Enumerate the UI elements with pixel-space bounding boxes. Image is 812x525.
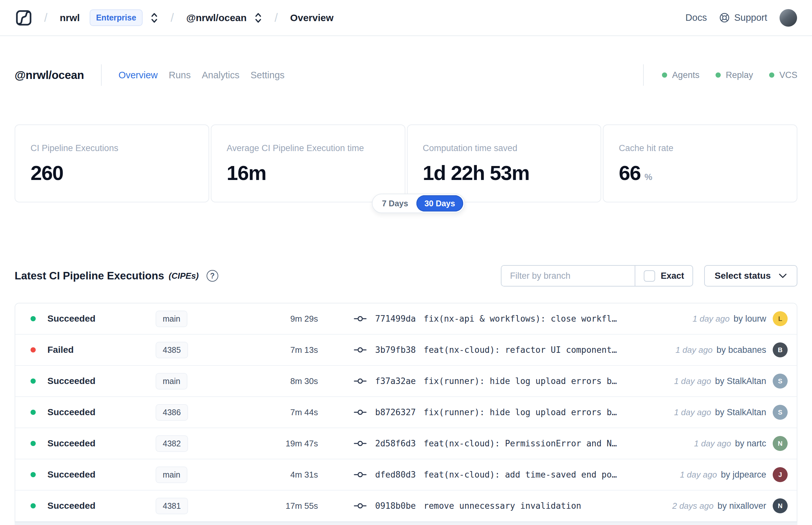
duration-cell: 8m 30s [236, 376, 318, 386]
author-name: by nixallover [718, 501, 766, 511]
cipe-row[interactable]: Succeeded 4381 17m 55s 0918b0beremove un… [15, 491, 797, 522]
branch-pill[interactable]: 4386 [156, 404, 188, 421]
commit-message: feat(nx-cloud): PermissionError and N… [424, 439, 617, 448]
branch-pill[interactable]: main [156, 311, 187, 327]
meta-cell: 1 day ago by StalkAltan S [674, 374, 788, 389]
breadcrumb-slash: / [168, 11, 177, 25]
range-7-days[interactable]: 7 Days [374, 195, 416, 211]
status-select-dropdown[interactable]: Select status [704, 265, 797, 287]
commit-hash: 771499da [375, 314, 416, 324]
page-title: @nrwl/ocean [15, 69, 84, 81]
status-cell: Succeeded [31, 438, 156, 449]
duration-cell: 4m 31s [236, 470, 318, 480]
divider [643, 64, 644, 86]
commit-text[interactable]: 771499dafix(nx-api & workflows): close w… [375, 314, 617, 324]
exact-checkbox[interactable] [644, 270, 655, 282]
tab-analytics[interactable]: Analytics [202, 70, 240, 80]
env-status-group: Agents Replay VCS [662, 70, 797, 80]
status-cell: Succeeded [31, 407, 156, 418]
navbar-actions: Docs Support [685, 9, 797, 27]
branch-pill[interactable]: 4381 [156, 498, 188, 514]
enterprise-badge[interactable]: Enterprise [90, 10, 143, 26]
stat-card-time-saved: Computation time saved 1d 22h 53m [407, 124, 601, 202]
git-commit-icon [354, 377, 367, 385]
git-commit-icon [354, 314, 367, 323]
author-name: by lourw [733, 314, 766, 324]
time-ago: 1 day ago [676, 345, 713, 355]
commit-hash: f37a32ae [375, 376, 416, 386]
commit-message: fix(runner): hide log upload errors b… [424, 407, 617, 417]
cipe-table-body: Succeeded main 9m 29s 771499dafix(nx-api… [15, 303, 797, 522]
docs-link[interactable]: Docs [685, 12, 707, 23]
commit-text[interactable]: f37a32aefix(runner): hide log upload err… [375, 376, 617, 386]
tab-runs[interactable]: Runs [169, 70, 191, 80]
commit-text[interactable]: 0918b0beremove unnecessary invalidation [375, 501, 581, 511]
env-status-agents[interactable]: Agents [662, 70, 699, 80]
cipe-row[interactable]: Succeeded 4386 7m 44s b8726327fix(runner… [15, 397, 797, 428]
workspace-switcher-icon[interactable] [254, 12, 262, 24]
commit-cell: f37a32aefix(runner): hide log upload err… [354, 376, 674, 386]
stat-card-executions: CI Pipeline Executions 260 [15, 124, 209, 202]
org-name[interactable]: nrwl [60, 12, 80, 24]
tab-overview[interactable]: Overview [119, 70, 158, 80]
author-name: by StalkAltan [715, 407, 766, 418]
green-dot-icon [769, 73, 774, 78]
tab-settings[interactable]: Settings [250, 70, 285, 80]
cipe-row[interactable]: Succeeded main 8m 30s f37a32aefix(runner… [15, 366, 797, 397]
org-switcher-icon[interactable] [150, 12, 158, 24]
time-ago: 1 day ago [692, 314, 730, 324]
date-range-toggle: 7 Days 30 Days [372, 194, 465, 213]
branch-filter-group: Exact [501, 265, 693, 287]
commit-text[interactable]: dfed80d3feat(nx-cloud): add time-saved e… [375, 470, 617, 480]
breadcrumb: / nrwl Enterprise / @nrwl/ocean / Overvi… [16, 10, 334, 26]
git-commit-icon [354, 346, 367, 354]
author-name: by jdpearce [721, 470, 766, 480]
cipe-row[interactable]: Succeeded main 4m 31s dfed80d3feat(nx-cl… [15, 460, 797, 491]
help-icon[interactable]: ? [206, 270, 218, 282]
support-link[interactable]: Support [719, 12, 767, 23]
commit-text[interactable]: b8726327fix(runner): hide log upload err… [375, 407, 617, 417]
branch-pill[interactable]: main [156, 466, 187, 483]
status-label: Succeeded [47, 376, 95, 386]
commit-cell: 2d58f6d3feat(nx-cloud): PermissionError … [354, 439, 694, 448]
duration-cell: 17m 55s [236, 501, 318, 511]
cipe-title: Latest CI Pipeline Executions [15, 270, 164, 282]
workspace-name[interactable]: @nrwl/ocean [186, 12, 246, 24]
cipe-subtitle: (CIPEs) [169, 271, 198, 281]
env-status-vcs[interactable]: VCS [769, 70, 797, 80]
cipe-row[interactable]: Failed 4385 7m 13s 3b79fb38feat(nx-cloud… [15, 335, 797, 366]
branch-cell: main [156, 466, 236, 483]
branch-filter-input[interactable] [502, 266, 635, 286]
author-name: by bcabanes [717, 345, 766, 355]
status-cell: Failed [31, 345, 156, 355]
top-navbar: / nrwl Enterprise / @nrwl/ocean / Overvi… [0, 0, 812, 36]
status-label: Succeeded [47, 501, 95, 511]
status-dot [31, 378, 36, 384]
branch-pill[interactable]: 4385 [156, 342, 188, 358]
user-avatar[interactable] [780, 9, 797, 27]
meta-cell: 1 day ago by bcabanes B [676, 342, 788, 357]
branch-pill[interactable]: main [156, 373, 187, 390]
env-status-replay[interactable]: Replay [716, 70, 753, 80]
status-label: Succeeded [47, 469, 95, 480]
status-dot [31, 316, 36, 321]
commit-cell: dfed80d3feat(nx-cloud): add time-saved e… [354, 470, 680, 480]
commit-text[interactable]: 2d58f6d3feat(nx-cloud): PermissionError … [375, 439, 617, 448]
nx-logo[interactable] [16, 10, 32, 26]
range-30-days[interactable]: 30 Days [416, 195, 463, 211]
status-label: Failed [47, 345, 74, 355]
duration-cell: 7m 44s [236, 407, 318, 418]
exact-toggle[interactable]: Exact [635, 266, 692, 286]
commit-message: feat(nx-cloud): add time-saved end po… [424, 470, 617, 480]
duration-cell: 19m 47s [236, 439, 318, 449]
commit-text[interactable]: 3b79fb38feat(nx-cloud): refactor UI comp… [375, 345, 617, 355]
time-ago: 1 day ago [680, 470, 717, 480]
cipe-row[interactable]: Succeeded main 9m 29s 771499dafix(nx-api… [15, 303, 797, 335]
duration-cell: 9m 29s [236, 314, 318, 324]
branch-pill[interactable]: 4382 [156, 435, 188, 452]
cipe-row[interactable]: Succeeded 4382 19m 47s 2d58f6d3feat(nx-c… [15, 428, 797, 460]
author-avatar: N [773, 436, 788, 451]
commit-message: feat(nx-cloud): refactor UI component… [424, 345, 617, 355]
author-name: by StalkAltan [715, 376, 766, 386]
author-name: by nartc [735, 439, 766, 449]
